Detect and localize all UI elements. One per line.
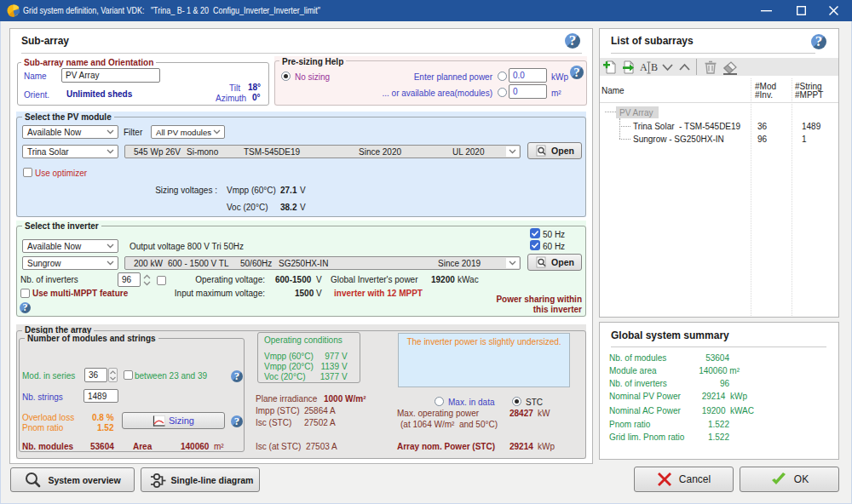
svg-text:A: A	[640, 61, 648, 73]
svg-text:B: B	[651, 61, 658, 73]
